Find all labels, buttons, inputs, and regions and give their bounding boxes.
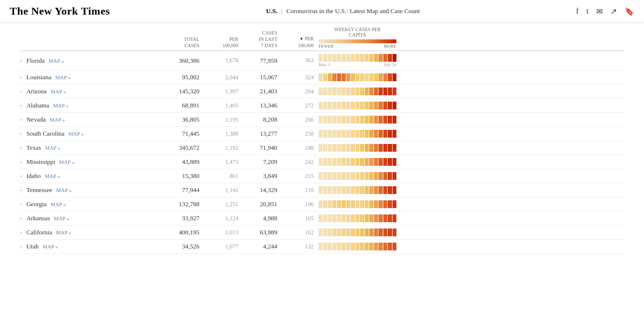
bar-segment (346, 102, 350, 109)
bar-segment (337, 243, 341, 250)
col-header-chart: WEEKLY CASES PERCAPITA FEWER MORE (319, 27, 396, 49)
expand-button[interactable]: + (19, 58, 22, 64)
expand-button[interactable]: + (19, 201, 22, 207)
expand-button[interactable]: + (19, 173, 22, 179)
map-link[interactable]: MAP » (56, 187, 72, 193)
expand-button[interactable]: + (19, 229, 22, 235)
bar-segment (346, 172, 350, 180)
cell-per100k: 1,195 (199, 116, 238, 123)
map-link[interactable]: MAP » (50, 117, 65, 123)
expand-button[interactable]: + (19, 215, 22, 221)
bar-segment (341, 130, 345, 138)
map-link[interactable]: MAP » (55, 74, 71, 80)
map-link[interactable]: MAP » (53, 103, 69, 108)
bar-segment (346, 200, 350, 208)
bar-segment (369, 116, 373, 123)
map-link[interactable]: MAP » (69, 131, 84, 137)
chart-axis-labels: FEWER MORE (319, 44, 396, 49)
map-link[interactable]: MAP » (59, 159, 74, 165)
bar-segment (374, 200, 378, 208)
map-link[interactable]: MAP » (49, 58, 64, 64)
map-link[interactable]: MAP » (45, 145, 60, 151)
cell-per100k: 861 (199, 173, 238, 180)
cell-per100k: 1,997 (199, 88, 238, 95)
bar-segment (328, 73, 332, 81)
expand-button[interactable]: + (19, 145, 22, 151)
cell-per100k7: 215 (277, 173, 314, 180)
expand-button[interactable]: + (19, 103, 22, 108)
facebook-icon[interactable]: f (576, 7, 578, 16)
bar-segment (351, 102, 355, 109)
bar-segment (341, 229, 345, 236)
bar-segment (374, 102, 378, 109)
bar-segment (365, 73, 369, 81)
map-link[interactable]: MAP » (51, 88, 66, 94)
bookmark-icon[interactable]: 🔖 (625, 7, 634, 16)
state-name: Alabama (26, 102, 49, 109)
cell-per100k7: 210 (277, 187, 314, 194)
expand-button[interactable]: + (19, 117, 22, 123)
share-icon[interactable]: ↗ (610, 7, 617, 16)
bar-segment (388, 229, 392, 236)
bar-segment (374, 229, 378, 236)
expand-button[interactable]: + (19, 187, 22, 193)
map-link[interactable]: MAP » (54, 215, 70, 221)
bar-segment (378, 130, 382, 138)
state-name: Louisiana (26, 73, 51, 81)
cell-per100k7: 258 (277, 130, 314, 138)
bar-segment (360, 158, 364, 166)
bar-segment (341, 88, 345, 95)
map-link[interactable]: MAP » (43, 244, 58, 249)
bar-segment (337, 116, 341, 123)
bar-segment (323, 130, 327, 138)
email-icon[interactable]: ✉ (596, 7, 603, 16)
table-row: + Florida MAP » 360,386 1,678 77,959 363… (19, 51, 625, 71)
bar-segment (360, 186, 364, 194)
date-labels: Mar. 1 July 20 (319, 62, 396, 67)
bar-segment (319, 144, 322, 152)
expand-button[interactable]: + (19, 159, 22, 165)
state-name: Idaho (26, 172, 41, 180)
bar-segment (383, 54, 387, 62)
page-title: Coronavirus in the U.S.: Latest Map and … (286, 7, 420, 15)
cell-last7: 63,989 (238, 229, 277, 236)
nyt-logo[interactable]: The New York Times (10, 5, 110, 18)
bar-segment (356, 144, 359, 152)
bar-segment (337, 73, 341, 81)
expand-button[interactable]: + (19, 244, 22, 249)
bar-segment (356, 130, 359, 138)
expand-button[interactable]: + (19, 74, 22, 80)
bar-segment (346, 158, 350, 166)
cell-total: 15,380 (156, 172, 199, 180)
bar-segment (341, 54, 345, 62)
map-link[interactable]: MAP » (45, 173, 60, 179)
cell-per100k: 1,141 (199, 187, 238, 194)
bar-segment (337, 144, 341, 152)
bar-segment (337, 229, 341, 236)
chart-header-title: WEEKLY CASES PERCAPITA (319, 27, 396, 37)
bar-segment (365, 172, 369, 180)
bar-segment (365, 144, 369, 152)
bar-segment (356, 200, 359, 208)
bar-segment (369, 102, 373, 109)
bar-segment (378, 243, 382, 250)
bar-segment (319, 102, 322, 109)
table-row: + Nevada MAP » 36,805 1,195 8,208 266 (19, 113, 625, 127)
map-link[interactable]: MAP » (56, 229, 72, 235)
bar-segment (356, 73, 359, 81)
state-name: Georgia (26, 200, 47, 208)
expand-button[interactable]: + (19, 88, 22, 94)
cell-last7: 77,959 (238, 57, 277, 65)
bar-segment (393, 54, 396, 62)
map-link[interactable]: MAP » (51, 201, 66, 207)
state-name: Tennessee (26, 186, 52, 194)
state-name: Utah (26, 243, 38, 250)
bar-segment (365, 243, 369, 250)
expand-button[interactable]: + (19, 131, 22, 137)
date-start: Mar. 1 (319, 62, 330, 67)
us-nav-link[interactable]: U.S. (266, 7, 277, 15)
column-headers: TOTALCASES PER100,000 CASESIN LAST7 DAYS… (19, 23, 625, 51)
cell-total: 132,788 (156, 200, 199, 208)
twitter-icon[interactable]: t (587, 7, 589, 16)
bar-segment (328, 186, 332, 194)
